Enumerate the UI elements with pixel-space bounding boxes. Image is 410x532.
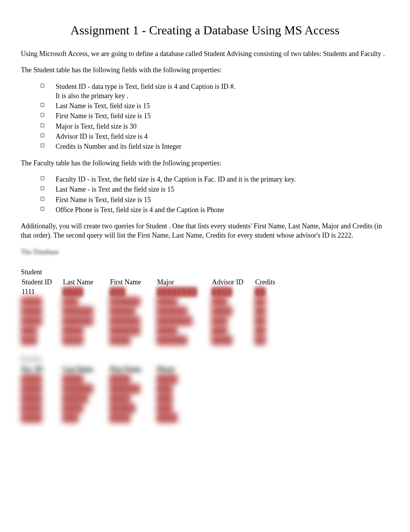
bullet-icon: 🞐 — [40, 206, 45, 212]
list-item: 🞐Office Phone is Text, field size is 4 a… — [36, 205, 389, 214]
field-text: Last Name - is Text and the field size i… — [56, 185, 174, 193]
bullet-icon: 🞐 — [40, 133, 45, 139]
cell-advisor-id: ███ — [211, 326, 254, 335]
cell-credits: ██ — [254, 287, 282, 297]
database-heading-text: The Database — [21, 248, 59, 256]
cell-credits: ██ — [254, 326, 282, 335]
cell-first-name: ██████ — [109, 326, 156, 335]
col-header-first-name: First Name — [109, 277, 156, 287]
list-item: 🞐Advisor ID is Text, field size is 4 — [36, 132, 389, 141]
cell-major: ████ — [156, 297, 211, 306]
cell-last-name: █████ — [62, 394, 109, 403]
faculty-fields-intro: The Faculty table has the following fiel… — [21, 158, 389, 168]
bullet-icon: 🞐 — [40, 102, 45, 108]
intro-text-g: . — [381, 50, 385, 58]
col-header-phone: Phone — [156, 365, 196, 374]
table-row: ███ ████ ████ ██████ ████ ██ — [21, 335, 282, 345]
cell-last-name: ██████ — [62, 384, 109, 394]
cell-faculty-id: ████ — [21, 374, 62, 384]
col-header-last-name: Last Name — [62, 365, 109, 374]
cell-advisor-id: ████ — [211, 287, 254, 297]
cell-student-id: 1111 — [21, 287, 62, 297]
cell-last-name: ██████ — [62, 306, 109, 316]
col-header-faculty-id: Fac. ID — [21, 365, 62, 374]
cell-faculty-id: ████ — [21, 403, 62, 413]
table-row: ███ ████ ██████ ████ ███ ██ — [21, 326, 282, 335]
col-header-last-name: Last Name — [62, 277, 109, 287]
field-text: Credits is Number and its field size is … — [56, 143, 181, 150]
table-row: ████ ████ ████ ████ — [21, 374, 196, 384]
cell-last-name: ████ — [62, 374, 109, 384]
table-row: ████ ██████ ██████ ███████ ███ ██ — [21, 316, 282, 326]
cell-last-name: ███ — [62, 413, 109, 423]
list-item: 🞐First Name is Text, field size is 15 — [36, 111, 389, 121]
cell-faculty-id: ████ — [21, 394, 62, 403]
tables-area: Student Student ID Last Name First Name … — [21, 267, 389, 423]
col-header-credits: Credits — [254, 277, 282, 287]
faculty-fields-list: 🞐Faculty ID - is Text, the field size is… — [36, 175, 389, 214]
queries-paragraph: Additionally, you will create two querie… — [21, 221, 389, 240]
cell-faculty-id: ████ — [21, 413, 62, 423]
table-row: ████ ███ ████ ████ — [21, 413, 196, 423]
cell-student-id: ████ — [21, 306, 62, 316]
cell-first-name: ████ — [109, 374, 156, 384]
bullet-icon: 🞐 — [40, 112, 45, 118]
list-item: 🞐Credits is Number and its field size is… — [36, 142, 389, 151]
cell-credits: ██ — [254, 316, 282, 326]
cell-first-name: ██████ — [109, 384, 156, 394]
field-text: Advisor ID is Text, field size is 4 — [56, 133, 147, 140]
student-fields-list: 🞐 Student ID - data type is Text, field … — [36, 82, 389, 151]
cell-credits: ██ — [254, 306, 282, 316]
faculty-table: Fac. ID Last Name First Name Phone ████ … — [21, 365, 196, 423]
table-row: ████ ███ ██████ ████ ███ ██ — [21, 297, 282, 306]
cell-phone: ████ — [156, 413, 196, 423]
cell-first-name: ███ — [109, 287, 156, 297]
table-row: ████ ████ █████ ███ — [21, 403, 196, 413]
table-header-row: Student ID Last Name First Name Major Ad… — [21, 277, 282, 287]
cell-first-name: ████ — [109, 335, 156, 345]
list-item: 🞐First Name is Text, field size is 15 — [36, 195, 389, 204]
cell-phone: ████ — [156, 374, 196, 384]
field-text: First Name is Text, field size is 15 — [56, 196, 151, 204]
cell-major: ████ — [156, 326, 211, 335]
faculty-table-block: Faculty Fac. ID Last Name First Name Pho… — [21, 354, 389, 422]
cell-last-name: ███ — [62, 297, 109, 306]
student-table: Student ID Last Name First Name Major Ad… — [21, 277, 282, 345]
intro-table1: Students — [323, 50, 347, 58]
faculty-table-title: Faculty — [21, 354, 389, 364]
cell-student-id: ███ — [21, 326, 62, 335]
cell-phone: ███ — [156, 394, 196, 403]
cell-phone: ███ — [156, 403, 196, 413]
intro-text-e: and — [347, 50, 361, 58]
table-row: ████ ██████ ██████ ███ — [21, 384, 196, 394]
cell-first-name: ██████ — [109, 297, 156, 306]
cell-credits: ██ — [254, 297, 282, 306]
cell-credits: ██ — [254, 335, 282, 345]
cell-advisor-id: ████ — [211, 335, 254, 345]
intro-text-c: consisting of two tables: — [252, 50, 323, 58]
cell-last-name: ████ — [62, 326, 109, 335]
cell-first-name: ██████ — [109, 316, 156, 326]
col-header-first-name: First Name — [109, 365, 156, 374]
intro-paragraph: Using Microsoft Access, we are going to … — [21, 49, 389, 58]
field-text: First Name is Text, field size is 15 — [56, 112, 151, 120]
student-fields-intro: The Student table has the following fiel… — [21, 65, 389, 75]
table-row: 1111 ████ ███ ████████ ████ ██ — [21, 287, 282, 297]
intro-text-a: Using Microsoft Access, we are going to … — [21, 50, 204, 58]
cell-first-name: ████ — [109, 394, 156, 403]
page-title: Assignment 1 - Creating a Database Using… — [21, 23, 389, 37]
cell-last-name: ████ — [62, 335, 109, 345]
database-heading: The Database — [21, 247, 59, 257]
col-header-advisor-id: Advisor ID — [211, 277, 254, 287]
cell-advisor-id: ████ — [211, 306, 254, 316]
list-item: 🞐Last Name is Text, field size is 15 — [36, 101, 389, 110]
table-row: ████ ██████ █████ ██████ ████ ██ — [21, 306, 282, 316]
cell-phone: ███ — [156, 384, 196, 394]
field-text: Office Phone is Text, field size is 4 an… — [56, 206, 224, 214]
bullet-icon: 🞐 — [40, 143, 45, 149]
bullet-icon: 🞐 — [40, 175, 45, 182]
cell-major: ███████ — [156, 316, 211, 326]
table-header-row: Fac. ID Last Name First Name Phone — [21, 365, 196, 374]
cell-first-name: █████ — [109, 306, 156, 316]
cell-advisor-id: ███ — [211, 297, 254, 306]
